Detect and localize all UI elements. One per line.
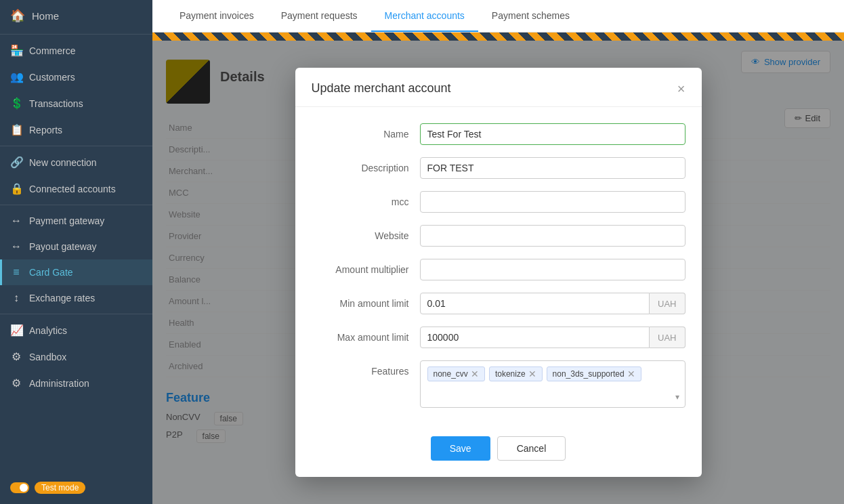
sidebar-item-new-connection[interactable]: 🔗 New connection <box>0 149 152 175</box>
sidebar-item-label: Administration <box>29 378 89 389</box>
mcc-label: mcc <box>312 191 420 207</box>
sidebar-item-label: Analytics <box>29 325 67 336</box>
tag-close-none-cvv[interactable]: ✕ <box>471 369 479 379</box>
test-mode-badge: Test mode <box>35 482 85 494</box>
tag-label: tokenize <box>495 369 526 379</box>
form-row-amount-multiplier: Amount multiplier <box>312 259 685 280</box>
form-row-min-amount: Min amount limit UAH <box>312 293 685 314</box>
commerce-icon: 🏪 <box>10 44 22 57</box>
payment-gateway-icon: ↔ <box>10 215 22 227</box>
home-label: Home <box>32 10 59 22</box>
sidebar-item-label: Transactions <box>29 98 83 109</box>
sidebar-item-label: Commerce <box>29 45 75 56</box>
sidebar-item-label: Sandbox <box>29 352 66 362</box>
transactions-icon: 💲 <box>10 97 22 110</box>
sidebar-item-commerce[interactable]: 🏪 Commerce <box>0 37 152 64</box>
description-label: Description <box>312 157 420 173</box>
sandbox-icon: ⚙ <box>10 350 22 363</box>
tab-payment-requests[interactable]: Payment requests <box>268 1 371 32</box>
form-row-features: Features none_cvv ✕ tokenize ✕ n <box>312 360 685 408</box>
warning-stripe <box>152 33 844 41</box>
mcc-input[interactable] <box>420 191 685 213</box>
modal-title: Update merchant account <box>312 81 451 96</box>
sidebar-item-customers[interactable]: 👥 Customers <box>0 64 152 90</box>
connected-accounts-icon: 🔒 <box>10 182 22 195</box>
tag-close-non-3ds[interactable]: ✕ <box>627 369 635 379</box>
modal-body: Name Description mcc We <box>295 107 702 436</box>
min-amount-label: Min amount limit <box>312 293 420 309</box>
sidebar-item-exchange-rates[interactable]: ↕ Exchange rates <box>0 285 152 311</box>
name-input[interactable] <box>420 123 685 145</box>
sidebar-item-card-gate[interactable]: ≡ Card Gate <box>0 259 152 285</box>
sidebar-item-analytics[interactable]: 📈 Analytics <box>0 317 152 343</box>
top-nav: Payment invoices Payment requests Mercha… <box>152 0 844 33</box>
test-mode-toggle[interactable] <box>10 482 29 493</box>
sidebar-item-label: Reports <box>29 125 62 135</box>
sidebar-section-gateways: ↔ Payment gateway ↔ Payout gateway ≡ Car… <box>0 205 152 311</box>
modal-close-button[interactable]: × <box>677 82 685 96</box>
payout-gateway-icon: ↔ <box>10 240 22 253</box>
cancel-button[interactable]: Cancel <box>497 436 566 461</box>
sidebar-item-reports[interactable]: 📋 Reports <box>0 117 152 143</box>
sidebar-item-payout-gateway[interactable]: ↔ Payout gateway <box>0 234 152 259</box>
sidebar-item-payment-gateway[interactable]: ↔ Payment gateway <box>0 208 152 234</box>
max-amount-currency: UAH <box>650 327 685 348</box>
tab-payment-invoices[interactable]: Payment invoices <box>166 1 268 32</box>
reports-icon: 📋 <box>10 123 22 136</box>
features-input[interactable]: none_cvv ✕ tokenize ✕ non_3ds_supported … <box>420 360 685 408</box>
sidebar-item-label: Payout gateway <box>29 241 97 252</box>
amount-multiplier-input[interactable] <box>420 259 685 280</box>
min-amount-input-group: UAH <box>420 293 685 314</box>
sidebar-item-sandbox[interactable]: ⚙ Sandbox <box>0 343 152 370</box>
sidebar-item-label: New connection <box>29 157 97 168</box>
tag-non-3ds-supported: non_3ds_supported ✕ <box>547 366 641 381</box>
home-icon: 🏠 <box>10 8 25 23</box>
website-input[interactable] <box>420 225 685 247</box>
sidebar-item-label: Customers <box>29 72 75 83</box>
main-content: Payment invoices Payment requests Mercha… <box>152 0 844 504</box>
sidebar-item-label: Payment gateway <box>29 215 104 226</box>
form-row-name: Name <box>312 123 685 145</box>
min-amount-currency: UAH <box>650 293 685 314</box>
form-row-description: Description <box>312 157 685 179</box>
features-field-label: Features <box>312 360 420 377</box>
sidebar-item-connected-accounts[interactable]: 🔒 Connected accounts <box>0 175 152 202</box>
modal-header: Update merchant account × <box>295 68 702 107</box>
sidebar-item-administration[interactable]: ⚙ Administration <box>0 370 152 396</box>
description-input[interactable] <box>420 157 685 179</box>
analytics-icon: 📈 <box>10 324 22 337</box>
save-button[interactable]: Save <box>431 436 490 461</box>
modal-footer: Save Cancel <box>295 436 702 477</box>
sidebar-section-connections: 🔗 New connection 🔒 Connected accounts <box>0 146 152 202</box>
sidebar-item-transactions[interactable]: 💲 Transactions <box>0 90 152 117</box>
amount-multiplier-label: Amount multiplier <box>312 259 420 275</box>
tag-none-cvv: none_cvv ✕ <box>427 366 485 381</box>
sidebar-item-label: Exchange rates <box>29 293 95 303</box>
sidebar-section-main: 🏪 Commerce 👥 Customers 💲 Transactions 📋 … <box>0 34 152 143</box>
max-amount-input-group: UAH <box>420 327 685 348</box>
exchange-rates-icon: ↕ <box>10 292 22 304</box>
sidebar-home-item[interactable]: 🏠 Home <box>0 0 152 31</box>
sidebar-item-label: Connected accounts <box>29 184 116 194</box>
administration-icon: ⚙ <box>10 377 22 390</box>
features-chevron-icon: ▾ <box>675 392 679 402</box>
sidebar: 🏠 Home 🏪 Commerce 👥 Customers 💲 Transact… <box>0 0 152 504</box>
tab-payment-schemes[interactable]: Payment schemes <box>478 1 583 32</box>
form-row-mcc: mcc <box>312 191 685 213</box>
tag-tokenize: tokenize ✕ <box>489 366 543 381</box>
max-amount-input[interactable] <box>420 327 650 348</box>
modal-overlay[interactable]: Update merchant account × Name Descripti… <box>152 41 844 504</box>
website-label: Website <box>312 225 420 241</box>
tag-label: non_3ds_supported <box>553 369 625 379</box>
tag-label: none_cvv <box>434 369 468 379</box>
tab-merchant-accounts[interactable]: Merchant accounts <box>371 1 478 32</box>
sidebar-item-label: Card Gate <box>29 267 73 278</box>
tag-close-tokenize[interactable]: ✕ <box>528 369 536 379</box>
customers-icon: 👥 <box>10 70 22 83</box>
card-gate-icon: ≡ <box>10 266 22 278</box>
form-row-website: Website <box>312 225 685 247</box>
min-amount-input[interactable] <box>420 293 650 314</box>
content-area: 👁 Show provider Details ✏ Edit Name Des <box>152 41 844 504</box>
max-amount-label: Max amount limit <box>312 327 420 343</box>
sidebar-section-tools: 📈 Analytics ⚙ Sandbox ⚙ Administration <box>0 314 152 396</box>
